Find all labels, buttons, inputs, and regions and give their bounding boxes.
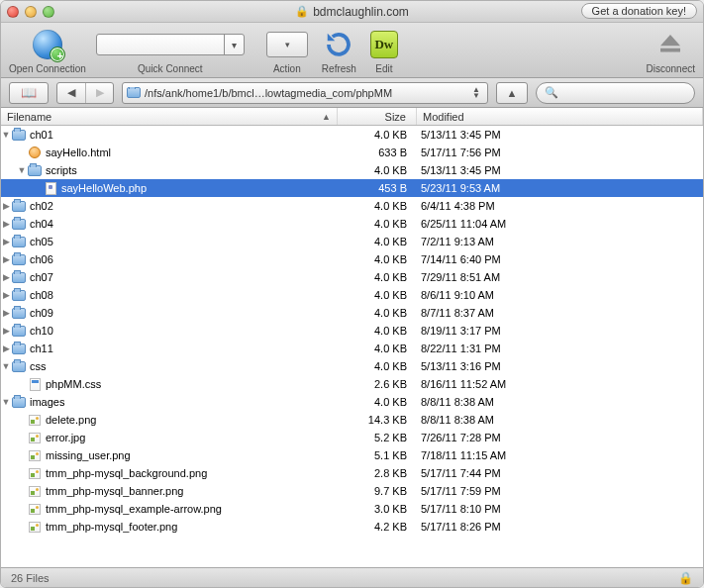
disclosure-triangle-icon[interactable]: ▶ <box>1 290 11 300</box>
disclosure-triangle-icon[interactable]: ▶ <box>1 272 11 282</box>
file-name: sayHello.html <box>46 147 111 158</box>
table-row[interactable]: ▼ch014.0 KB5/13/11 3:45 PM <box>1 126 703 144</box>
quick-connect-label: Quick Connect <box>138 63 203 74</box>
up-directory-button[interactable]: ▲ <box>496 82 528 104</box>
disclosure-triangle-icon[interactable]: ▶ <box>1 308 11 318</box>
file-size: 2.8 KB <box>338 467 417 479</box>
file-size: 4.0 KB <box>338 200 417 212</box>
action-button[interactable]: ▾ Action <box>266 28 308 74</box>
chevron-left-icon: ◀ <box>67 86 75 99</box>
quick-connect-field[interactable]: ▾ Quick Connect <box>96 28 245 74</box>
disclosure-triangle-icon[interactable]: ▼ <box>1 397 11 407</box>
disclosure-triangle-icon[interactable]: ▶ <box>1 201 11 211</box>
disclosure-triangle-icon[interactable]: ▼ <box>17 165 27 175</box>
table-row[interactable]: tmm_php-mysql_footer.png4.2 KB5/17/11 8:… <box>1 518 703 536</box>
file-list[interactable]: ▼ch014.0 KB5/13/11 3:45 PMsayHello.html6… <box>1 126 703 567</box>
file-size: 453 B <box>338 182 417 194</box>
img-icon <box>27 484 43 498</box>
table-row[interactable]: ▼images4.0 KB8/8/11 8:38 AM <box>1 393 703 411</box>
path-text: /nfs/ank/home1/b/bmcl…lowtagmedia_com/ph… <box>145 87 392 99</box>
css-icon <box>27 377 43 391</box>
column-modified[interactable]: Modified <box>417 108 703 125</box>
file-modified: 5/17/11 7:44 PM <box>417 467 703 479</box>
table-row[interactable]: ▼scripts4.0 KB5/13/11 3:45 PM <box>1 161 703 179</box>
file-size: 14.3 KB <box>338 414 417 426</box>
table-row[interactable]: tmm_php-mysql_background.png2.8 KB5/17/1… <box>1 464 703 482</box>
forward-button[interactable]: ▶ <box>85 83 113 103</box>
file-name: images <box>30 396 64 408</box>
file-modified: 5/17/11 8:26 PM <box>417 521 703 533</box>
file-modified: 7/26/11 7:28 PM <box>417 432 703 443</box>
table-row[interactable]: sayHello.html633 B5/17/11 7:56 PM <box>1 144 703 161</box>
file-name: ch05 <box>30 236 53 247</box>
table-row[interactable]: ▶ch094.0 KB8/7/11 8:37 AM <box>1 304 703 322</box>
book-icon: 📖 <box>21 85 37 100</box>
table-row[interactable]: ▶ch104.0 KB8/19/11 3:17 PM <box>1 322 703 340</box>
file-name: css <box>30 360 47 372</box>
search-field[interactable]: 🔍 <box>536 82 695 104</box>
table-row[interactable]: error.jpg5.2 KB7/26/11 7:28 PM <box>1 429 703 446</box>
table-row[interactable]: ▶ch044.0 KB6/25/11 11:04 AM <box>1 215 703 233</box>
refresh-button[interactable]: Refresh <box>322 28 356 74</box>
file-modified: 7/29/11 8:51 AM <box>417 271 703 283</box>
disclosure-triangle-icon[interactable]: ▶ <box>1 237 11 246</box>
file-modified: 5/17/11 8:10 PM <box>417 503 703 515</box>
table-row[interactable]: ▼css4.0 KB5/13/11 3:16 PM <box>1 357 703 375</box>
column-size-label: Size <box>385 111 406 123</box>
file-modified: 7/18/11 11:15 AM <box>417 449 703 461</box>
file-size: 4.0 KB <box>338 360 417 372</box>
minimize-button[interactable] <box>25 6 37 18</box>
file-modified: 7/2/11 9:13 AM <box>417 236 703 247</box>
disclosure-triangle-icon[interactable]: ▶ <box>1 326 11 336</box>
bookmarks-button[interactable]: 📖 <box>9 82 49 104</box>
path-dropdown[interactable]: /nfs/ank/home1/b/bmcl…lowtagmedia_com/ph… <box>122 82 488 104</box>
folder-icon <box>127 87 141 98</box>
window-controls <box>7 6 54 18</box>
path-stepper-icon[interactable]: ▲▼ <box>469 87 483 99</box>
disconnect-button[interactable]: Disconnect <box>647 28 695 74</box>
column-modified-label: Modified <box>423 111 464 123</box>
table-row[interactable]: ▶ch054.0 KB7/2/11 9:13 AM <box>1 233 703 250</box>
table-row[interactable]: ▶ch074.0 KB7/29/11 8:51 AM <box>1 268 703 286</box>
img-icon <box>27 431 43 444</box>
open-connection-button[interactable]: Open Connection <box>9 28 86 74</box>
table-row[interactable]: ▶ch024.0 KB6/4/11 4:38 PM <box>1 197 703 215</box>
disclosure-triangle-icon[interactable]: ▼ <box>1 130 11 140</box>
zoom-button[interactable] <box>43 6 54 18</box>
table-row[interactable]: missing_user.png5.1 KB7/18/11 11:15 AM <box>1 446 703 464</box>
file-size: 4.0 KB <box>338 236 417 247</box>
file-name: ch01 <box>30 129 53 141</box>
edit-button[interactable]: Dw Edit <box>370 28 398 74</box>
back-button[interactable]: ◀ <box>57 83 85 103</box>
status-bar: 26 Files 🔒 <box>1 567 703 587</box>
column-filename[interactable]: Filename ▲ <box>1 108 338 125</box>
disclosure-triangle-icon[interactable]: ▶ <box>1 219 11 229</box>
disclosure-triangle-icon[interactable]: ▼ <box>1 361 11 371</box>
file-modified: 8/8/11 8:38 AM <box>417 396 703 408</box>
quick-connect-dropdown-icon[interactable]: ▾ <box>224 35 244 54</box>
column-size[interactable]: Size <box>338 108 417 125</box>
html-icon <box>27 146 43 159</box>
file-name: error.jpg <box>46 432 85 443</box>
svg-rect-0 <box>660 49 680 52</box>
table-row[interactable]: ▶ch114.0 KB8/22/11 1:31 PM <box>1 340 703 357</box>
file-size: 4.0 KB <box>338 325 417 337</box>
disclosure-triangle-icon[interactable]: ▶ <box>1 254 11 264</box>
file-modified: 8/7/11 8:37 AM <box>417 307 703 319</box>
dreamweaver-icon: Dw <box>370 31 398 58</box>
table-row[interactable]: delete.png14.3 KB8/8/11 8:38 AM <box>1 411 703 429</box>
lock-icon[interactable]: 🔒 <box>678 571 693 585</box>
table-row[interactable]: phpMM.css2.6 KB8/16/11 11:52 AM <box>1 375 703 393</box>
table-row[interactable]: ▶ch084.0 KB8/6/11 9:10 AM <box>1 286 703 304</box>
table-row[interactable]: tmm_php-mysql_example-arrow.png3.0 KB5/1… <box>1 500 703 518</box>
close-button[interactable] <box>7 6 19 18</box>
disclosure-triangle-icon[interactable]: ▶ <box>1 343 11 353</box>
file-modified: 6/4/11 4:38 PM <box>417 200 703 212</box>
search-input[interactable] <box>562 87 686 99</box>
file-modified: 5/17/11 7:56 PM <box>417 147 703 158</box>
table-row[interactable]: tmm_php-mysql_banner.png9.7 KB5/17/11 7:… <box>1 482 703 500</box>
table-row[interactable]: sayHelloWeb.php453 B5/23/11 9:53 AM <box>1 179 703 197</box>
donate-button[interactable]: Get a donation key! <box>581 3 697 19</box>
file-size: 4.2 KB <box>338 521 417 533</box>
table-row[interactable]: ▶ch064.0 KB7/14/11 6:40 PM <box>1 250 703 268</box>
